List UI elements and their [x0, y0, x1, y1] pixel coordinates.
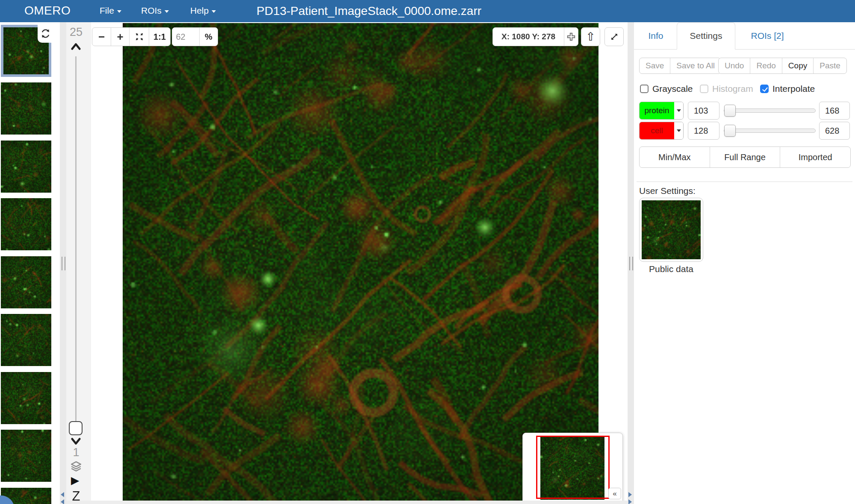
user-settings-caption: Public data — [639, 264, 703, 274]
imported-button[interactable]: Imported — [780, 147, 850, 167]
zoom-toolbar: − + 1:1 — [92, 27, 171, 46]
channel-range-slider — [724, 122, 816, 140]
channel-toggle-button[interactable]: protein — [639, 102, 684, 120]
menu-file-label: File — [100, 6, 114, 16]
thumbnail-sidebar — [0, 22, 60, 504]
slider-handle[interactable] — [724, 105, 736, 117]
channel-range-slider — [724, 102, 816, 120]
zoom-percent-group: % — [172, 27, 218, 46]
save-button[interactable]: Save — [640, 58, 670, 73]
interpolate-label: Interpolate — [772, 84, 815, 94]
tab-rois[interactable]: ROIs [2] — [735, 22, 799, 49]
minimap-collapse-button[interactable]: « — [608, 488, 621, 499]
z-step-up-button[interactable] — [70, 42, 82, 51]
redo-button[interactable]: Redo — [750, 58, 781, 73]
channel-name: protein — [640, 102, 674, 119]
collapse-right-icon — [628, 499, 632, 504]
right-splitter[interactable] — [628, 22, 634, 504]
crosshair-icon — [566, 32, 576, 41]
channel-dropdown[interactable] — [674, 122, 683, 139]
z-play-button[interactable]: ▶ — [71, 474, 79, 486]
slider-handle[interactable] — [724, 125, 736, 137]
histogram-checkbox[interactable]: Histogram — [700, 84, 753, 94]
channel-toggle-button[interactable]: cell — [639, 122, 684, 140]
right-splitter-grip[interactable] — [629, 257, 633, 270]
minimap-panel: « — [522, 433, 623, 504]
menu-help-label: Help — [190, 6, 209, 16]
one-to-one-button[interactable]: 1:1 — [149, 28, 170, 46]
interpolate-checkbox[interactable]: Interpolate — [760, 84, 815, 94]
thumbnail[interactable] — [1, 256, 51, 308]
menu-rois[interactable]: ROIs — [141, 6, 169, 16]
user-settings-image — [642, 200, 701, 259]
menu-help[interactable]: Help — [190, 6, 216, 16]
z-slider-track[interactable] — [75, 56, 77, 423]
crosshair-toggle-button[interactable] — [564, 28, 578, 46]
settings-panel: Info Settings ROIs [2] Save Save to All … — [634, 22, 855, 504]
tab-info[interactable]: Info — [635, 22, 677, 49]
undo-button[interactable]: Undo — [719, 58, 750, 73]
minimap-view-rectangle[interactable] — [536, 436, 610, 499]
caret-down-icon — [165, 10, 169, 13]
tab-settings[interactable]: Settings — [677, 22, 735, 50]
slider-track[interactable] — [724, 108, 816, 113]
collapse-left-icon — [61, 492, 64, 497]
percent-label: % — [199, 28, 218, 46]
thumbnail[interactable] — [1, 141, 51, 193]
position-readout: X: 1080 Y: 278 — [493, 28, 564, 46]
thumbnail[interactable] — [1, 198, 51, 250]
image-viewport: 25 1 ▶ Z − + — [66, 22, 628, 504]
grayscale-checkbox[interactable]: Grayscale — [640, 84, 693, 94]
caret-down-icon — [677, 129, 681, 132]
zoom-out-button[interactable]: − — [92, 28, 111, 46]
navbar: OMERO File ROIs Help PD13-Patient_ImageS… — [0, 0, 855, 22]
zoom-percent-input[interactable] — [172, 28, 202, 46]
thumbnail-image — [1, 314, 51, 366]
caret-down-icon — [212, 10, 216, 13]
z-projection-button[interactable] — [69, 460, 83, 472]
fullscreen-button[interactable] — [604, 27, 624, 46]
copy-button[interactable]: Copy — [782, 58, 813, 73]
min-max-button[interactable]: Min/Max — [640, 147, 710, 167]
right-splitter-toggler[interactable] — [628, 492, 632, 504]
channel-window-end-input[interactable] — [819, 102, 850, 120]
fit-to-view-button[interactable] — [129, 28, 149, 46]
tab-bar: Info Settings ROIs [2] — [634, 22, 855, 50]
diagonal-resize-icon — [610, 32, 619, 41]
user-settings-thumbnail[interactable] — [639, 198, 703, 262]
thumbnail[interactable] — [1, 314, 51, 366]
image-title: PD13-Patient_ImageStack_0000.ome.zarr — [256, 4, 481, 18]
menu-file[interactable]: File — [100, 6, 121, 16]
z-step-down-button[interactable] — [70, 437, 82, 446]
channel-window-end-input[interactable] — [819, 122, 850, 140]
save-button-group: Save Save to All — [639, 58, 721, 74]
thumbnail-image — [1, 256, 51, 308]
z-slider-handle[interactable] — [69, 421, 83, 435]
thumbnail-image — [1, 141, 51, 193]
channel-window-start-input[interactable] — [688, 102, 719, 120]
channel-dropdown[interactable] — [674, 102, 683, 119]
thumbnail[interactable] — [1, 372, 51, 424]
channel-window-start-input[interactable] — [688, 122, 719, 140]
microscopy-image[interactable] — [123, 23, 598, 501]
omero-brand[interactable]: OMERO — [24, 4, 71, 18]
chevron-up-icon — [70, 42, 82, 51]
user-settings-heading: User Settings: — [639, 186, 696, 196]
thumbnail[interactable] — [1, 82, 51, 135]
left-splitter-toggler[interactable] — [61, 492, 64, 504]
zoom-in-button[interactable]: + — [111, 28, 129, 46]
divider — [637, 182, 852, 182]
expand-arrows-icon — [135, 32, 144, 41]
refresh-thumbnails-button[interactable] — [38, 24, 53, 43]
thumbnail[interactable] — [1, 430, 51, 482]
thumbnail-image — [1, 372, 51, 424]
channel-row: protein — [634, 102, 855, 120]
save-to-all-button[interactable]: Save to All — [670, 58, 721, 73]
left-splitter-grip[interactable] — [62, 257, 65, 270]
range-button-group: Min/Max Full Range Imported — [639, 147, 851, 168]
publish-view-button[interactable]: ⇧ — [581, 27, 600, 46]
full-range-button[interactable]: Full Range — [710, 147, 780, 167]
paste-button[interactable]: Paste — [813, 58, 846, 73]
left-splitter[interactable] — [60, 22, 66, 504]
slider-track[interactable] — [724, 129, 816, 133]
